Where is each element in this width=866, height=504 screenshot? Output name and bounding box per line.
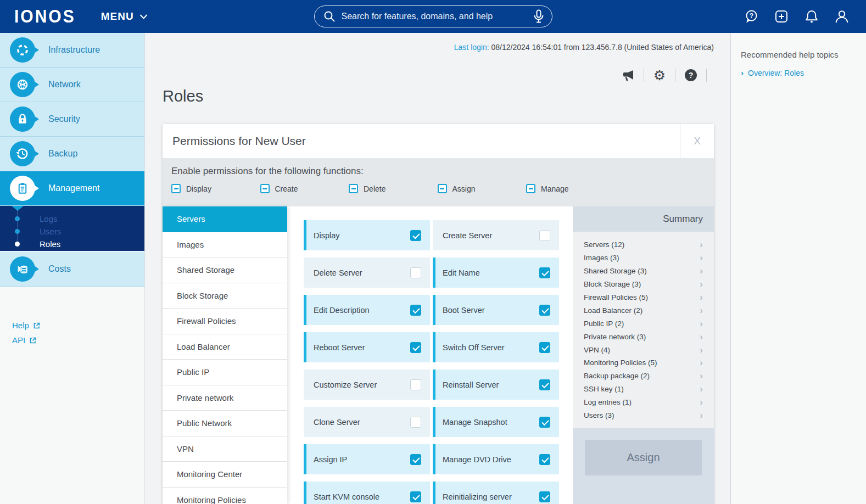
settings-gear-icon[interactable]: ⚙ [652,68,667,82]
sidebar-item-backup[interactable]: Backup [0,137,144,171]
tab-public-network[interactable]: Public Network [163,411,287,436]
checkbox-icon[interactable] [539,230,550,241]
summary-row-servers[interactable]: Servers (12)› [573,238,714,251]
microphone-icon[interactable] [533,9,544,24]
close-button[interactable]: X [680,124,714,158]
last-login-link[interactable]: Last login: [454,43,489,52]
sidebar-item-costs[interactable]: Costs [0,252,144,287]
search-input[interactable] [342,12,533,21]
sidebar-item-infrastructure[interactable]: Infrastructure [0,33,144,68]
summary-row-load-balancer[interactable]: Load Balancer (2)› [573,304,714,317]
tab-servers[interactable]: Servers [163,206,287,232]
checkbox-icon[interactable] [539,342,550,353]
summary-row-images[interactable]: Images (3)› [573,251,714,265]
main-content: Last login: 08/12/2024 16:54:01 from 123… [146,33,730,504]
checkbox-icon[interactable] [539,305,550,316]
ionos-logo[interactable]: IONOS [14,7,76,27]
summary-row-log-entries[interactable]: Log entries (1)› [573,396,714,409]
permission-card-assign-ip[interactable]: Assign IP [304,444,430,474]
sidebar-item-security[interactable]: Security [0,102,144,137]
tab-monitoring-policies[interactable]: Monitoring Policies [163,488,287,504]
submenu-item-logs[interactable]: Logs [0,212,144,225]
indeterminate-checkbox-icon[interactable] [171,184,181,193]
help-question-icon[interactable]: ? [684,68,698,82]
help-link[interactable]: Help [12,321,144,330]
sidebar-item-management[interactable]: Management [0,171,144,206]
permission-card-reboot-server[interactable]: Reboot Server [304,332,430,362]
announcements-megaphone-icon[interactable] [621,68,635,82]
help-topic-link[interactable]: › Overview: Roles [741,68,804,77]
summary-row-vpn[interactable]: VPN (4)› [573,343,714,356]
summary-row-private-network[interactable]: Private network (3)› [573,330,714,343]
checkbox-icon[interactable] [410,454,421,465]
tab-public-ip[interactable]: Public IP [163,360,287,385]
submenu-item-roles[interactable]: Roles [0,238,144,250]
tab-private-network[interactable]: Private network [163,385,287,411]
checkbox-icon[interactable] [539,491,550,502]
permission-card-delete-server[interactable]: Delete Server [304,257,430,288]
submenu-item-users[interactable]: Users [0,225,144,238]
checkbox-icon[interactable] [410,342,421,353]
account-user-icon[interactable] [834,9,850,24]
permission-card-switch-off-server[interactable]: Switch Off Server [433,332,559,362]
sidebar-item-network[interactable]: Network [0,68,144,102]
checkbox-icon[interactable] [410,267,421,278]
menu-label: MENU [101,10,134,23]
checkbox-icon[interactable] [410,417,421,428]
checkbox-icon[interactable] [410,379,421,390]
permission-card-manage-snapshot[interactable]: Manage Snapshot [433,407,559,437]
summary-row-block-storage[interactable]: Block Storage (3)› [573,278,714,291]
bulk-checkbox-assign[interactable]: Assign [438,184,527,193]
permission-card-reinstall-server[interactable]: Reinstall Server [433,369,559,400]
summary-row-monitoring-policies[interactable]: Monitoring Policies (5)› [573,356,714,369]
api-link[interactable]: API [12,335,144,345]
summary-row-users[interactable]: Users (3)› [573,409,714,422]
indeterminate-checkbox-icon[interactable] [438,184,447,193]
checkbox-icon[interactable] [539,454,550,465]
tab-block-storage[interactable]: Block Storage [163,283,287,309]
global-search[interactable] [314,5,552,27]
tab-monitoring-center[interactable]: Monitoring Center [163,462,287,488]
menu-button[interactable]: MENU [101,10,148,23]
permission-card-start-kvm-console[interactable]: Start KVM console [304,481,430,504]
summary-row-ssh-key[interactable]: SSH key (1)› [573,383,714,396]
summary-row-public-ip[interactable]: Public IP (2)› [573,317,714,330]
indeterminate-checkbox-icon[interactable] [526,184,535,193]
permission-card-clone-server[interactable]: Clone Server [304,407,430,437]
add-product-icon[interactable] [774,9,789,24]
permission-card-display[interactable]: Display [304,220,430,250]
tab-vpn[interactable]: VPN [163,436,287,462]
checkbox-icon[interactable] [410,491,421,502]
summary-row-backup-package[interactable]: Backup package (2)› [573,369,714,383]
tab-shared-storage[interactable]: Shared Storage [163,257,287,283]
checkbox-icon[interactable] [410,230,421,241]
permission-card-edit-description[interactable]: Edit Description [304,295,430,325]
assign-button[interactable]: Assign [585,440,702,475]
bulk-checkbox-create[interactable]: Create [260,184,349,193]
permission-card-manage-dvd-drive[interactable]: Manage DVD Drive [433,444,559,474]
tab-firewall-policies[interactable]: Firewall Policies [163,309,287,334]
summary-row-firewall-policies[interactable]: Firewall Policies (5)› [573,291,714,304]
checkbox-icon[interactable] [539,379,550,390]
tab-images[interactable]: Images [163,232,287,258]
notifications-bell-icon[interactable] [804,9,819,24]
checkbox-icon[interactable] [539,417,550,428]
infrastructure-icon [10,37,35,63]
permission-card-reinitializing-server[interactable]: Reinitializing server [433,481,559,504]
search-icon [323,10,336,23]
summary-row-shared-storage[interactable]: Shared Storage (3)› [573,265,714,278]
permission-card-create-server[interactable]: Create Server [433,220,559,250]
bulk-checkbox-manage[interactable]: Manage [526,184,615,193]
permission-card-customize-server[interactable]: Customize Server [304,369,430,400]
permission-card-edit-name[interactable]: Edit Name [433,257,559,288]
tab-load-balancer[interactable]: Load Balancer [163,334,287,360]
bulk-checkbox-display[interactable]: Display [171,184,260,193]
bullet-dot-icon [15,242,20,247]
bulk-checkbox-delete[interactable]: Delete [349,184,438,193]
indeterminate-checkbox-icon[interactable] [260,184,270,193]
permission-card-boot-server[interactable]: Boot Server [433,295,559,325]
checkbox-icon[interactable] [539,267,550,278]
checkbox-icon[interactable] [410,305,421,316]
feedback-chat-icon[interactable]: ? [744,9,759,24]
indeterminate-checkbox-icon[interactable] [349,184,358,193]
